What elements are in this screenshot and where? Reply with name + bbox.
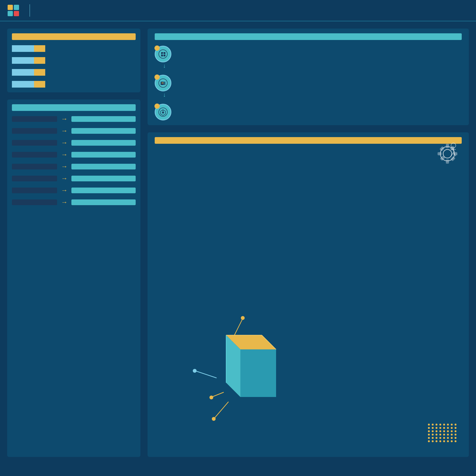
svg-rect-22 — [446, 144, 449, 148]
func-item-7: → — [12, 187, 136, 194]
func-desc-1 — [71, 116, 136, 122]
svg-point-36 — [241, 316, 245, 320]
func-item-3: → — [12, 139, 136, 147]
decoration-dot — [455, 440, 457, 442]
decoration-dot — [455, 424, 457, 425]
decoration-dot — [439, 430, 441, 432]
svg-rect-3 — [14, 11, 19, 16]
dots-decoration: // Generate dots const dotContainer = do… — [428, 424, 457, 442]
func-arrow-1: → — [61, 115, 68, 123]
blockchain-icon-2 — [158, 78, 168, 88]
svg-rect-0 — [8, 5, 13, 10]
decoration-dot — [432, 424, 434, 425]
decoration-dot — [432, 434, 434, 436]
func-item-5: → — [12, 163, 136, 170]
decoration-dot — [436, 430, 438, 432]
step-number-3 — [154, 103, 160, 109]
step-item-1 — [155, 46, 462, 62]
decoration-dot — [428, 430, 430, 432]
structure-header — [155, 137, 462, 144]
func-item-1: → — [12, 115, 136, 123]
req-bar-blue-4 — [12, 81, 34, 87]
func-desc-2 — [71, 128, 136, 134]
decoration-dot — [436, 424, 438, 425]
func-arrow-3: → — [61, 139, 68, 147]
func-desc-5 — [71, 164, 136, 170]
decoration-dot — [428, 427, 430, 429]
req-bar-blue-2 — [12, 57, 34, 64]
svg-point-18 — [162, 112, 164, 114]
func-item-2: → — [12, 127, 136, 135]
decoration-dot — [443, 440, 445, 442]
block-3d-diagram — [148, 283, 314, 449]
req-item-4 — [12, 81, 136, 87]
requirements-section — [7, 29, 140, 92]
step-circle-3 — [155, 104, 171, 120]
func-arrow-4: → — [61, 151, 68, 158]
decoration-dot — [447, 424, 449, 425]
func-desc-6 — [71, 176, 136, 181]
func-name-2 — [12, 128, 57, 134]
decoration-dot — [439, 437, 441, 439]
req-bar-3 — [12, 69, 45, 76]
svg-line-39 — [195, 371, 217, 378]
right-column: ↓ ↓ — [148, 29, 469, 457]
decoration-dot — [451, 440, 453, 442]
func-arrow-8: → — [61, 199, 68, 206]
decoration-dot — [436, 434, 438, 436]
svg-rect-8 — [164, 54, 165, 56]
step-down-arrow-2: ↓ — [163, 91, 462, 98]
decoration-dot — [447, 440, 449, 442]
decoration-dot — [447, 430, 449, 432]
step-down-arrow-1: ↓ — [163, 62, 462, 69]
func-item-8: → — [12, 199, 136, 206]
req-item-1 — [12, 45, 136, 52]
decoration-dot — [455, 434, 457, 436]
decoration-dot — [439, 440, 441, 442]
decoration-dot — [451, 430, 453, 432]
main-content: → → → → → — [0, 21, 476, 464]
decoration-dot — [428, 434, 430, 436]
logo-icon — [7, 4, 19, 17]
svg-point-40 — [193, 369, 197, 373]
decoration-dot — [439, 424, 441, 425]
decoration-dot — [451, 427, 453, 429]
decoration-dot — [443, 424, 445, 425]
req-bar-blue-3 — [12, 69, 34, 76]
left-column: → → → → → — [7, 29, 140, 457]
svg-point-42 — [209, 395, 213, 399]
func-name-6 — [12, 176, 57, 181]
svg-marker-47 — [240, 349, 276, 397]
req-bar-blue — [12, 45, 34, 52]
func-desc-4 — [71, 152, 136, 157]
svg-line-43 — [214, 402, 228, 418]
structure-content: // Generate dots const dotContainer = do… — [155, 149, 462, 449]
functions-header — [12, 104, 136, 111]
func-name-4 — [12, 152, 57, 157]
svg-point-44 — [212, 417, 216, 421]
blockchain-icon-1 — [158, 49, 168, 59]
svg-line-41 — [212, 392, 224, 397]
func-item-4: → — [12, 151, 136, 158]
decoration-dot — [443, 434, 445, 436]
func-desc-3 — [71, 140, 136, 146]
step-number-2 — [154, 74, 160, 80]
func-name-8 — [12, 200, 57, 205]
decoration-dot — [451, 434, 453, 436]
req-item-2 — [12, 57, 136, 64]
step-number-1 — [154, 46, 160, 51]
req-bar-yellow — [34, 45, 45, 52]
decoration-dot — [432, 437, 434, 439]
svg-rect-5 — [161, 52, 163, 54]
func-desc-7 — [71, 187, 136, 193]
decoration-dot — [439, 427, 441, 429]
decoration-dot — [428, 424, 430, 425]
func-name-7 — [12, 187, 57, 193]
svg-rect-6 — [164, 52, 165, 54]
req-bar-4 — [12, 81, 45, 87]
decoration-dot — [432, 427, 434, 429]
svg-rect-7 — [161, 54, 163, 56]
func-name-1 — [12, 116, 57, 122]
req-bar-2 — [12, 57, 45, 64]
decoration-dot — [443, 430, 445, 432]
